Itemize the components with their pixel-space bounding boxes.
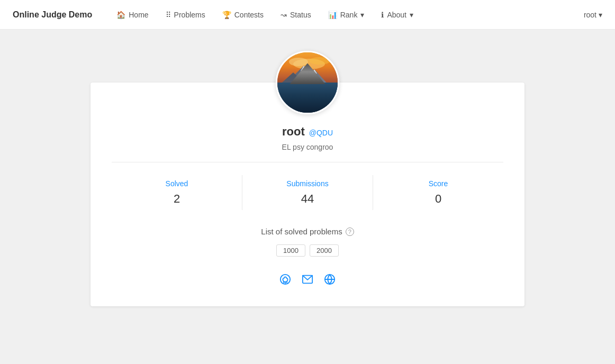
- nav-about[interactable]: ℹ About ▾: [374, 6, 421, 23]
- svg-marker-11: [299, 87, 330, 94]
- nav-contests[interactable]: 🏆 Contests: [215, 6, 271, 23]
- svg-point-3: [309, 57, 330, 65]
- nav-contests-label: Contests: [234, 11, 264, 19]
- rank-icon: 📊: [328, 11, 337, 19]
- stat-solved: Solved 2: [112, 175, 242, 210]
- help-icon[interactable]: ?: [346, 228, 354, 236]
- status-icon: ↝: [281, 11, 287, 19]
- navbar: Online Judge Demo 🏠 Home ⠿ Problems 🏆 Co…: [0, 0, 615, 30]
- svg-marker-10: [283, 87, 325, 97]
- avatar-svg: [277, 52, 338, 113]
- score-label: Score: [429, 179, 448, 188]
- nav-rank[interactable]: 📊 Rank ▾: [321, 6, 372, 23]
- problem-tag-2000[interactable]: 2000: [310, 244, 339, 257]
- main-content: root @QDU EL psy congroo Solved 2 Submis…: [0, 30, 615, 327]
- svg-point-2: [289, 58, 308, 66]
- problems-list: 1000 2000: [276, 244, 339, 257]
- social-icons: [279, 274, 336, 285]
- about-chevron-icon: ▾: [410, 11, 413, 19]
- user-org: @QDU: [309, 129, 333, 137]
- username-display: root: [584, 11, 596, 19]
- solved-value: 2: [174, 192, 180, 206]
- score-value: 0: [435, 192, 441, 206]
- stats-row: Solved 2 Submissions 44 Score 0: [112, 175, 503, 210]
- solved-label: Solved: [166, 179, 188, 188]
- nav-problems[interactable]: ⠿ Problems: [158, 6, 213, 23]
- solved-problems-title-text: List of solved problems: [261, 227, 342, 236]
- nav-problems-label: Problems: [174, 11, 205, 19]
- username: root: [282, 125, 305, 139]
- rank-chevron-icon: ▾: [360, 11, 364, 19]
- nav-status-label: Status: [290, 11, 311, 19]
- user-chevron-icon: ▾: [599, 11, 602, 19]
- solved-title: List of solved problems ?: [261, 227, 354, 236]
- info-icon: ℹ: [381, 11, 384, 19]
- user-menu[interactable]: root ▾: [584, 11, 602, 19]
- profile-card: root @QDU EL psy congroo Solved 2 Submis…: [91, 83, 524, 306]
- email-icon[interactable]: [302, 274, 313, 285]
- home-icon: 🏠: [116, 11, 125, 19]
- avatar: [276, 51, 339, 114]
- submissions-label: Submissions: [286, 179, 328, 188]
- github-icon[interactable]: [279, 274, 291, 285]
- user-bio: EL psy congroo: [282, 143, 333, 151]
- avatar-image: [277, 52, 338, 113]
- problem-tag-1000[interactable]: 1000: [276, 244, 305, 257]
- username-row: root @QDU: [282, 125, 333, 139]
- trophy-icon: 🏆: [222, 11, 231, 19]
- brand[interactable]: Online Judge Demo: [13, 10, 92, 20]
- svg-point-13: [311, 88, 316, 91]
- stat-submissions: Submissions 44: [242, 175, 373, 210]
- website-icon[interactable]: [324, 274, 336, 285]
- nav-menu: 🏠 Home ⠿ Problems 🏆 Contests ↝ Status 📊 …: [109, 6, 584, 23]
- grid-icon: ⠿: [166, 11, 171, 19]
- nav-home[interactable]: 🏠 Home: [109, 6, 156, 23]
- nav-rank-label: Rank: [340, 11, 358, 19]
- svg-rect-9: [277, 87, 338, 113]
- stat-score: Score 0: [373, 175, 503, 210]
- nav-status[interactable]: ↝ Status: [273, 6, 319, 23]
- nav-about-label: About: [387, 11, 406, 19]
- divider: [112, 162, 503, 162]
- nav-home-label: Home: [129, 11, 148, 19]
- avatar-wrapper: [276, 51, 339, 114]
- submissions-value: 44: [301, 192, 314, 206]
- svg-point-14: [299, 89, 303, 91]
- svg-point-12: [302, 86, 311, 90]
